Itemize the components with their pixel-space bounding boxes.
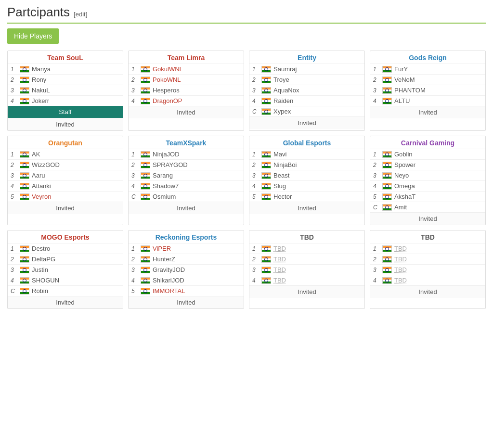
player-number: 1: [252, 151, 259, 158]
flag-icon: [20, 277, 29, 284]
flag-icon: [141, 256, 150, 263]
flag-icon: [20, 172, 29, 179]
player-row: 3AquaNox: [249, 85, 364, 95]
player-row: 3GravityJOD: [129, 264, 244, 275]
player-row: 1Destro: [8, 243, 123, 254]
flag-icon: [382, 256, 392, 263]
flag-icon: [261, 162, 271, 168]
player-name: NakuL: [32, 87, 50, 94]
player-row: 4Omega: [370, 180, 485, 191]
team-card: Team Limra1GokulWNL2PokoWNL3Hesperos4Dra…: [128, 51, 244, 131]
player-row: 1GokulWNL: [129, 64, 244, 74]
team-name: Team SouL: [8, 51, 123, 64]
edit-link[interactable]: [edit]: [74, 11, 87, 18]
player-name: Shadow7: [153, 182, 179, 190]
player-name: PHANTOM: [394, 87, 426, 94]
player-number: 1: [252, 245, 259, 252]
team-status: Invited: [370, 212, 485, 225]
team-status: Invited: [129, 106, 244, 118]
team-name: TeamXSpark: [129, 136, 244, 149]
flag-icon: [261, 98, 271, 104]
player-number: 3: [373, 87, 380, 94]
player-name: TBD: [273, 266, 286, 273]
player-row: 4SHOGUN: [8, 275, 123, 285]
flag-icon: [141, 183, 150, 190]
player-number: 2: [11, 256, 17, 263]
player-row: 5AkshaT: [370, 191, 485, 202]
player-name: TBD: [394, 277, 407, 284]
player-number: 1: [373, 151, 380, 158]
flag-icon: [141, 151, 150, 158]
player-row: 2DeltaPG: [8, 254, 123, 264]
player-row: 3Aaru: [8, 170, 123, 180]
flag-icon: [261, 87, 271, 94]
team-card: Entity1Saumraj2Troye3AquaNox4RaidenCXype…: [249, 51, 365, 131]
flag-icon: [141, 193, 150, 200]
player-number: 2: [11, 162, 17, 168]
player-name: Sarang: [153, 172, 173, 179]
player-number: 4: [252, 183, 259, 190]
player-row: 1TBD: [370, 243, 485, 254]
player-name: AquaNox: [273, 87, 299, 94]
flag-icon: [382, 98, 392, 104]
player-row: 1Saumraj: [249, 64, 364, 74]
flag-icon: [261, 66, 271, 73]
player-row: 5Hector: [249, 191, 364, 202]
player-number: 3: [252, 87, 259, 94]
flag-icon: [141, 77, 150, 83]
player-number: 5: [373, 193, 380, 200]
team-card: MOGO Esports1Destro2DeltaPG3Justin4SHOGU…: [7, 230, 123, 309]
player-number: 3: [11, 87, 17, 94]
player-number: 5: [131, 288, 138, 294]
player-row: 3Justin: [8, 264, 123, 275]
player-number: 2: [131, 77, 138, 83]
player-number: 3: [131, 172, 138, 179]
player-number: 4: [11, 183, 17, 190]
player-number: 4: [252, 98, 259, 104]
player-name: HunterZ: [153, 256, 175, 263]
team-status: Invited: [8, 202, 123, 214]
player-row: 3TBD: [370, 264, 485, 275]
flag-icon: [382, 151, 392, 158]
team-status: Invited: [8, 296, 123, 308]
player-number: 1: [131, 151, 138, 158]
player-name: NinjaJOD: [153, 151, 180, 158]
flag-icon: [141, 267, 150, 273]
player-name: Spower: [394, 161, 415, 168]
team-status: Invited: [249, 285, 364, 298]
player-row: 2PokoWNL: [129, 74, 244, 85]
flag-icon: [261, 172, 271, 179]
team-card: TeamXSpark1NinjaJOD2SPRAYGOD3Sarang4Shad…: [128, 136, 244, 225]
player-row: 3TBD: [249, 264, 364, 275]
flag-icon: [261, 245, 271, 252]
player-row: 4Jokerr: [8, 95, 123, 106]
player-row: 3NakuL: [8, 85, 123, 95]
player-row: 2Spower: [370, 159, 485, 170]
player-name: Osmium: [153, 193, 176, 200]
player-number: 2: [131, 162, 138, 168]
player-name: AkshaT: [394, 193, 415, 200]
team-card: Gods Reign1FurY2VeNoM3PHANTOM4ALTUInvite…: [370, 51, 486, 131]
flag-icon: [261, 193, 271, 200]
player-name: NinjaBoi: [273, 161, 297, 168]
player-number: 1: [373, 245, 380, 252]
team-name: Gods Reign: [370, 51, 485, 64]
player-number: 3: [11, 172, 17, 179]
player-name: Manya: [32, 65, 51, 73]
player-name: Troye: [273, 76, 289, 83]
player-row: 1FurY: [370, 64, 485, 74]
player-name: PokoWNL: [153, 76, 181, 83]
flag-icon: [261, 256, 271, 263]
player-number: 1: [373, 66, 380, 73]
hide-players-button[interactable]: Hide Players: [7, 28, 59, 44]
team-name: TBD: [249, 230, 364, 243]
player-row: 1Manya: [8, 64, 123, 74]
player-row: 2TBD: [370, 254, 485, 264]
player-name: TBD: [273, 277, 286, 284]
player-number: 2: [131, 256, 138, 263]
player-row: 2VeNoM: [370, 74, 485, 85]
player-row: 4Raiden: [249, 95, 364, 106]
player-row: 5IMMORTAL: [129, 285, 244, 296]
player-number: 4: [252, 277, 259, 284]
flag-icon: [141, 162, 150, 168]
